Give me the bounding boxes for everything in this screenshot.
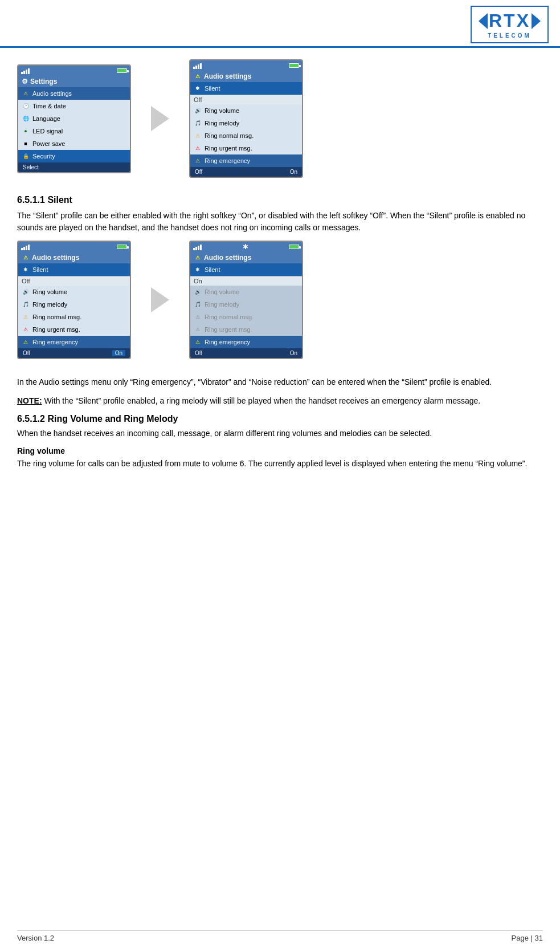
phone-title-audio-right-1: ⚠ Audio settings [190,71,302,82]
ring-mel-r2: 🎵 Ring melody [190,298,302,311]
ru-icon-l2: ⚠ [22,326,30,333]
phone-screen-left-1: ⚙ Settings ⚠ Audio settings 🕐 Time & dat… [17,64,131,173]
logo-container: RTX TELECOM [471,6,549,43]
ring-urgent-label: Ring urgent msg. [205,145,252,152]
ring-melody-label: Ring melody [205,120,239,127]
arrow-right-2 [151,287,169,312]
bottom-off-r1: Off [195,169,202,175]
menu-audio-label: Audio settings [32,90,72,97]
gear-icon: ⚙ [22,78,28,86]
silent-value-text-r2: On [194,278,202,284]
logo-arrow-left-icon [479,13,488,29]
battery-icon-r2 [289,245,299,249]
phone-title-text: Settings [30,78,57,86]
menu-security-label: Security [32,153,55,160]
silent-menu-item-r2: ✱ Silent [190,263,302,276]
bottom-on-l2: On [112,350,125,356]
bottom-on-r1: On [290,169,297,175]
menu-item-power: ■ Power save [18,137,130,150]
signal-bars-icon [21,67,30,74]
rv-label-l2: Ring volume [32,288,67,295]
ring-emerg-l2: ⚠ Ring emergency [18,336,130,348]
silent-label-l2: Silent [32,266,48,273]
ring-vol-icon: 🔊 [194,107,202,115]
ring-vol-l2: 🔊 Ring volume [18,286,130,298]
bottom-off-r2: Off [195,350,202,356]
ring-emerg-icon: ⚠ [194,157,202,165]
ring-norm-icon: ⚠ [194,132,202,140]
silent-icon-l2: ✱ [22,266,30,274]
ring-melody-item-r1: 🎵 Ring melody [190,117,302,129]
battery-icon-l2 [117,245,127,249]
ring-emerg-item-r1: ⚠ Ring emergency [190,154,302,167]
phone-bottom-bar-right-1: Off On [190,167,302,177]
menu-item-led: ● LED signal [18,125,130,137]
page-header: RTX TELECOM [0,0,560,48]
menu-item-time: 🕐 Time & date [18,100,130,112]
page-footer: Version 1.2 Page | 31 [17,930,543,942]
logo-arrow-right-icon [532,13,541,29]
ring-vol-r2: 🔊 Ring volume [190,286,302,298]
ring-emergency-label: Ring emergency [205,157,250,164]
ring-volume-body: The ring volume for calls can be adjuste… [17,458,543,470]
screenshots-row-1: ⚙ Settings ⚠ Audio settings 🕐 Time & dat… [17,59,543,178]
silent-menu-item-l2: ✱ Silent [18,263,130,276]
ru-icon-r2: ⚠ [194,326,202,333]
phone-bottom-bar-left-1: Select [18,162,130,172]
ring-urg-icon: ⚠ [194,144,202,152]
status-bar-right-1 [190,60,302,71]
ring-mel-icon: 🎵 [194,119,202,127]
phone-title-audio-l2: Audio settings [32,254,79,262]
rn-label-l2: Ring normal msg. [32,314,81,320]
forward-arrow-icon-2 [151,287,169,312]
silent-menu-item: ✱ Silent [190,82,302,95]
silent-label: Silent [205,85,220,92]
battery-icon-r [289,63,299,68]
mute-icon: ✱ [243,243,248,251]
phone-title-audio-right-2: ⚠ Audio settings [190,252,302,263]
main-content: ⚙ Settings ⚠ Audio settings 🕐 Time & dat… [0,48,560,488]
ru-label-l2: Ring urgent msg. [32,326,80,333]
bottom-on-r2: On [290,350,297,356]
phone-screen-right-2: ✱ ⚠ Audio settings ✱ Silent On 🔊 Ring vo… [189,241,303,359]
rv-icon-l2: 🔊 [22,288,30,296]
silent-value-l2: Off [18,276,130,286]
bottom-off-l2: Off [23,350,30,356]
ring-volume-item-r1: 🔊 Ring volume [190,104,302,117]
silent-value-text-l2: Off [22,278,30,284]
power-icon: ■ [22,140,30,148]
rm-label-l2: Ring melody [32,301,67,308]
silent-value-off: Off [190,95,302,104]
status-bar-left-2 [18,242,130,252]
security-icon: 🔒 [22,152,30,160]
re-label-l2: Ring emergency [32,339,78,345]
note2-prefix: NOTE: [17,396,42,405]
menu-item-audio: ⚠ Audio settings [18,87,130,100]
warning-icon-title: ⚠ [194,72,202,80]
phone-title-audio-text: Audio settings [204,72,251,80]
menu-time-label: Time & date [32,103,66,109]
warning-icon-l2: ⚠ [22,254,30,262]
ring-normal-item-r1: ⚠ Ring normal msg. [190,129,302,142]
ring-norm-r2: ⚠ Ring normal msg. [190,311,302,323]
ring-volume-label: Ring volume [205,107,239,114]
ring-norm-l2: ⚠ Ring normal msg. [18,311,130,323]
signal-bars-l2 [21,243,30,250]
rm-label-r2: Ring melody [205,301,239,308]
logo-rtx-text: RTX [489,10,530,31]
silent-value-text: Off [194,96,202,103]
signal-bars-icon-r [193,62,202,69]
ring-mel-l2: 🎵 Ring melody [18,298,130,311]
section-651-body: The “Silent” profile can be either enabl… [17,210,543,234]
phone-title-settings: ⚙ Settings [18,76,130,87]
note1-body: In the Audio settings menu only “Ring em… [17,376,543,388]
status-bar-right-2: ✱ [190,242,302,252]
ru-label-r2: Ring urgent msg. [205,326,252,333]
ring-emerg-r2: ⚠ Ring emergency [190,336,302,348]
rn-label-r2: Ring normal msg. [205,314,254,320]
menu-power-label: Power save [32,140,65,147]
rm-icon-l2: 🎵 [22,300,30,308]
forward-arrow-icon [151,106,169,131]
note2-body: With the “Silent” profile enabled, a rin… [42,396,481,405]
phone-title-audio-r2: Audio settings [204,254,251,262]
